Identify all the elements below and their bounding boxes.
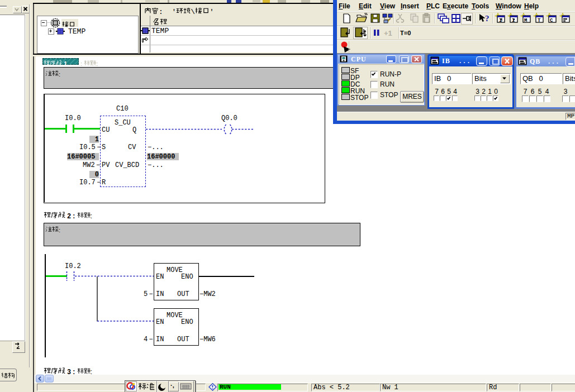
- svg-text:+1: +1: [384, 29, 392, 37]
- svg-text:I: I: [512, 18, 515, 23]
- svg-text:T: T: [538, 18, 541, 23]
- svg-text:C: C: [550, 18, 553, 23]
- svg-text:M: M: [524, 18, 527, 23]
- svg-text:T=0: T=0: [400, 30, 411, 36]
- svg-text:?: ?: [485, 14, 490, 23]
